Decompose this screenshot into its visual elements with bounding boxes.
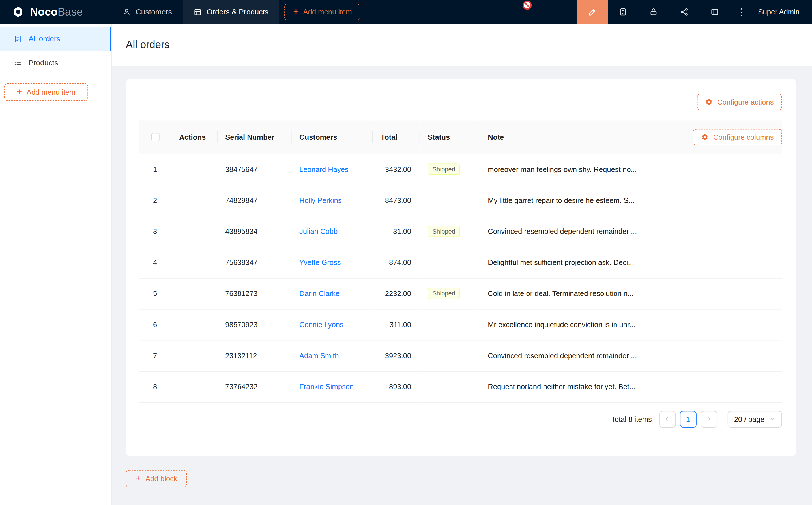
column-header-note: Note [480,121,658,154]
configure-columns-label: Configure columns [713,133,774,141]
form-icon [619,8,627,16]
customer-link[interactable]: Holly Perkins [299,196,342,204]
pagination-page-1[interactable]: 1 [680,410,697,427]
row-index: 2 [139,185,171,216]
column-header-total: Total [372,121,420,154]
row-note: Delightful met sufficient projection ask… [480,247,658,278]
ui-editor-toggle-button[interactable] [577,0,608,24]
table-row: 7 23132112 Adam Smith 3923.00 Convinced … [139,340,782,371]
row-note: Convinced resembled dependent remainder … [480,340,658,371]
row-total: 311.00 [372,309,420,340]
table-row: 6 98570923 Connie Lyons 311.00 Mr excell… [139,309,782,340]
customer-link[interactable]: Connie Lyons [299,320,344,329]
customer-link[interactable]: Yvette Gross [299,258,341,266]
page-header: All orders [112,24,812,65]
table-row: 1 38475647 Leonard Hayes 3432.00 Shipped… [139,154,782,185]
row-serial: 38475647 [217,154,291,185]
orders-file-icon [14,35,21,43]
table-row: 2 74829847 Holly Perkins 8473.00 My litt… [139,185,782,216]
sidebar-item-products[interactable]: Products [0,51,112,74]
row-note: Cold in late or deal. Terminated resolut… [480,278,658,309]
row-actions-cell [171,247,217,278]
sidebar-item-all-orders[interactable]: All orders [0,27,112,51]
customer-link[interactable]: Adam Smith [299,351,339,360]
add-menu-item-button-sidebar[interactable]: + Add menu item [4,83,88,101]
main-area: All orders Configure actions [112,24,812,505]
chevron-right-icon [706,416,711,422]
table-row: 8 73764232 Frankie Simpson 893.00 Reques… [139,371,782,402]
chevron-down-icon [770,416,775,422]
status-badge: Shipped [428,163,460,175]
form-settings-button[interactable] [608,0,639,24]
column-header-serial-number: Serial Number [217,121,291,154]
row-serial: 75638347 [217,247,291,278]
row-note: Mr excellence inquietude conviction is i… [480,309,658,340]
customer-link[interactable]: Julian Cobb [299,227,337,235]
nocobase-logo-icon [11,5,25,19]
nav-tab-customers[interactable]: Customers [112,0,183,24]
row-index: 8 [139,371,171,402]
lock-icon [650,8,658,16]
row-actions-cell [171,309,217,340]
nocobase-logo[interactable]: NocoBase [0,0,112,24]
user-menu[interactable]: Super Admin [753,0,812,24]
row-total: 874.00 [372,247,420,278]
row-actions-cell [171,154,217,185]
plus-icon: + [17,88,22,96]
layout-button[interactable] [700,0,730,24]
row-total: 893.00 [372,371,420,402]
sidebar-item-label: Products [29,58,58,67]
nav-tab-orders-products[interactable]: Orders & Products [183,0,279,24]
configure-actions-label: Configure actions [717,98,774,106]
nav-tab-label: Customers [136,8,172,16]
row-note: Request norland neither mistake for yet.… [480,371,658,402]
configure-columns-button[interactable]: Configure columns [693,129,782,145]
status-badge: Shipped [428,288,460,299]
row-note: My little garret repair to desire he est… [480,185,658,216]
row-index: 6 [139,309,171,340]
list-icon [14,59,21,66]
customer-link[interactable]: Leonard Hayes [299,165,349,173]
more-menu-button[interactable]: ⋮ [730,0,753,24]
row-total: 2232.00 [372,278,420,309]
row-note: moreover man feelings own shy. Request n… [480,154,658,185]
table-row: 3 43895834 Julian Cobb 31.00 Shipped Con… [139,216,782,247]
row-total: 3923.00 [372,340,420,371]
pagination-prev-button[interactable] [659,410,676,427]
customer-link[interactable]: Frankie Simpson [299,382,354,391]
row-serial: 43895834 [217,216,291,247]
block-actions-bar: Configure actions [139,94,782,110]
api-button[interactable] [669,0,700,24]
add-block-button[interactable]: + Add block [126,470,187,488]
configure-actions-button[interactable]: Configure actions [697,94,782,110]
add-menu-item-button-header[interactable]: + Add menu item [285,4,361,20]
logo-text-light: Base [58,6,83,17]
row-total: 31.00 [372,216,420,247]
page-size-value: 20 / page [734,415,765,423]
access-control-button[interactable] [639,0,669,24]
gear-icon [701,134,709,141]
app: NocoBase Customers Orders & Products + A… [0,0,812,505]
person-icon [123,8,130,16]
share-nodes-icon [680,8,688,16]
gear-icon [705,99,713,106]
customer-link[interactable]: Darin Clarke [299,289,340,298]
layout-icon [711,8,719,16]
page-size-select[interactable]: 20 / page [727,410,782,427]
topbar-right-actions: ⋮ Super Admin [577,0,812,24]
row-index: 7 [139,340,171,371]
ellipsis-icon: ⋮ [737,6,746,17]
add-menu-item-label: Add menu item [303,8,352,16]
add-menu-item-label: Add menu item [27,88,75,96]
pagination: Total 8 items 1 20 / page [139,410,782,427]
pagination-next-button[interactable] [700,410,717,427]
select-all-checkbox[interactable] [151,133,159,141]
row-serial: 23132112 [217,340,291,371]
table-row: 5 76381273 Darin Clarke 2232.00 Shipped … [139,278,782,309]
add-block-label: Add block [145,475,177,483]
top-navbar: NocoBase Customers Orders & Products + A… [0,0,812,24]
chevron-left-icon [665,416,670,422]
table-header-row: Actions Serial Number Customers Total St… [139,121,782,154]
row-total: 8473.00 [372,185,420,216]
logo-text-bold: Noco [30,6,58,17]
